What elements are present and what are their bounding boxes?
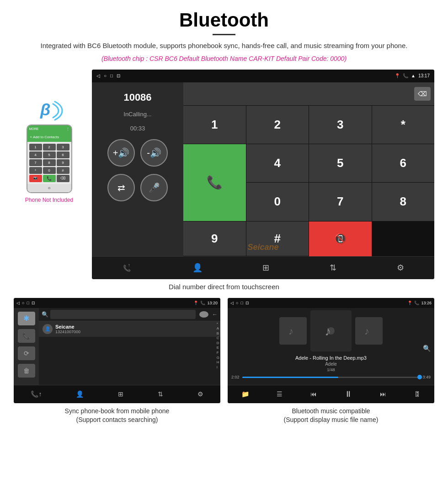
alpha-a: A [217, 326, 219, 331]
key-9[interactable]: 9 [183, 221, 246, 256]
bottom-contacts-icon[interactable]: 👤 [192, 263, 203, 273]
music-nav-save: ⊡ [245, 301, 249, 305]
pb-contact-avatar: 👤 [43, 324, 53, 334]
pb-phone-icon-btn[interactable]: 📞 [18, 329, 35, 343]
call-green-btn[interactable]: 📞 [183, 144, 246, 221]
phonebook-screen: ◁ ○ □ ⊡ 📍 📞 13:20 [14, 298, 220, 403]
phone-bottom-bar: ○ [27, 184, 71, 192]
title-underline [213, 34, 235, 35]
svg-text:↑: ↑ [128, 263, 130, 267]
album-art-center: ♪ [310, 310, 352, 351]
svg-text:♪: ♪ [288, 325, 293, 337]
dial-video: 📷 [29, 175, 42, 182]
svg-text:β: β [40, 100, 50, 119]
pb-bottom-contacts[interactable]: 👤 [76, 390, 84, 398]
pb-bottom-dialpad[interactable]: ⊞ [118, 390, 123, 398]
music-nav-back: ◁ [230, 301, 234, 305]
music-list-icon[interactable]: ☰ [277, 390, 283, 398]
bottom-calls-icon[interactable]: 📞 ↑ [122, 263, 132, 273]
key-6[interactable]: 6 [372, 144, 435, 182]
key-zero[interactable]: 0 [246, 183, 309, 221]
pb-bt-icon[interactable]: ✱ [18, 312, 35, 325]
dial-2: 2 [43, 144, 56, 151]
music-status-right: 📍 📞 13:26 [407, 301, 432, 305]
bluetooth-icon: β [36, 97, 63, 124]
chip-info-text: (Bluetooth chip : CSR BC6 Default Blueto… [14, 55, 434, 62]
bottom-settings-icon[interactable]: ⚙ [397, 263, 404, 273]
pb-status-right: 📍 📞 13:20 [193, 301, 218, 305]
key-4[interactable]: 4 [246, 144, 309, 182]
dial-5: 5 [43, 151, 56, 158]
bt-sidebar-icon: ✱ [23, 314, 29, 323]
music-item: ◁ ○ □ ⊡ 📍 📞 13:26 [228, 298, 434, 425]
nav-back-icon: ◁ [96, 73, 100, 78]
bottom-dialpad-icon[interactable]: ⊞ [262, 263, 269, 273]
alpha-d: D [217, 341, 219, 346]
music-eq-icon[interactable]: 🎛 [414, 390, 421, 398]
dialpad-icon: ⊞ [262, 263, 269, 273]
pb-sync-icon: ⟳ [24, 350, 29, 357]
pb-caption-line1: Sync phone-book from mobile phone [65, 407, 170, 415]
svg-text:♪: ♪ [364, 325, 369, 337]
music-next-icon[interactable]: ⏭ [380, 390, 386, 398]
pb-contact-row[interactable]: 👤 Seicane 13241007000 [39, 321, 220, 337]
pb-search-row: 🔍 ← [39, 308, 220, 321]
pb-bottom-calls[interactable]: 📞↑ [31, 390, 42, 398]
pb-alpha-list: * A B C D E F G H I [217, 322, 219, 370]
dial-star: * [29, 167, 42, 174]
key-1[interactable]: 1 [183, 106, 246, 144]
key-2[interactable]: 2 [246, 106, 309, 144]
music-prev-icon[interactable]: ⏮ [310, 390, 317, 398]
music-folder-icon[interactable]: 📁 [241, 390, 249, 398]
key-star[interactable]: * [372, 106, 435, 144]
pb-contact-number: 13241007000 [55, 330, 80, 334]
pb-nav-square: □ [27, 301, 29, 305]
music-nav-circle: ○ [236, 301, 238, 305]
dial-backspace-btn[interactable]: ⌫ [414, 87, 431, 101]
location-icon: 📍 [395, 73, 400, 78]
dial-1: 1 [29, 144, 42, 151]
phone-home-btn: ○ [48, 185, 50, 190]
dialpad-input-row: ⌫ [183, 82, 434, 105]
alpha-e: E [217, 346, 219, 350]
music-note-right: ♪ [360, 322, 378, 340]
music-progress-bar[interactable] [242, 377, 420, 378]
key-hash[interactable]: # [246, 221, 309, 256]
key-5[interactable]: 5 [309, 144, 372, 182]
page-container: Bluetooth Integrated with BC6 Bluetooth … [0, 0, 448, 434]
transfer-call-btn[interactable]: ⇄ [107, 174, 135, 201]
alpha-i: I [217, 365, 219, 370]
dialpad-grid: ⌫ 1 2 3 * 📞 4 5 6 0 [183, 82, 434, 256]
pb-delete-icon-btn[interactable]: 🗑 [18, 364, 35, 378]
call-action-controls: ⇄ 🎤 [107, 174, 168, 201]
music-progress-fill [242, 377, 338, 378]
volume-up-icon: +🔊 [113, 147, 130, 158]
call-end-btn[interactable]: 📵 [309, 221, 372, 256]
pb-bottom-transfer[interactable]: ⇅ [158, 390, 163, 398]
key-7[interactable]: 7 [309, 183, 372, 221]
bottom-transfer-icon[interactable]: ⇅ [330, 263, 336, 273]
volume-up-btn[interactable]: +🔊 [107, 139, 135, 167]
pb-sync-icon-btn[interactable]: ⟳ [18, 346, 35, 360]
phonebook-sidebar: ✱ 📞 ⟳ 🗑 [14, 308, 39, 385]
volume-down-btn[interactable]: -🔊 [140, 139, 168, 167]
music-search-btn[interactable]: 🔍 [423, 345, 431, 352]
car-bottom-bar: 📞 ↑ 👤 ⊞ ⇅ ⚙ [92, 256, 434, 279]
add-contacts-bar: + Add to Contacts [27, 133, 71, 142]
phone-dialpad: 1 2 3 4 5 6 7 8 9 * 0 # 📷 📞 ⌫ [27, 142, 71, 184]
dial-6: 6 [57, 151, 69, 158]
call-end-icon: 📵 [334, 233, 347, 245]
alpha-b: B [217, 331, 219, 336]
dial-9: 9 [57, 159, 69, 166]
mute-btn[interactable]: 🎤 [140, 174, 168, 201]
music-body: ♪ ♪ ♪ [228, 308, 434, 385]
pb-search-bar[interactable] [50, 310, 196, 319]
key-3[interactable]: 3 [309, 106, 372, 144]
pb-bottom-settings[interactable]: ⚙ [197, 390, 203, 398]
key-8[interactable]: 8 [372, 183, 435, 221]
pb-delete-icon: 🗑 [23, 367, 30, 374]
music-progress-row: 2:02 3:49 [231, 375, 431, 379]
music-play-icon[interactable]: ⏸ [344, 389, 352, 399]
main-caption: Dial number direct from touchscreen [14, 283, 434, 291]
dial-hash: # [57, 167, 69, 174]
